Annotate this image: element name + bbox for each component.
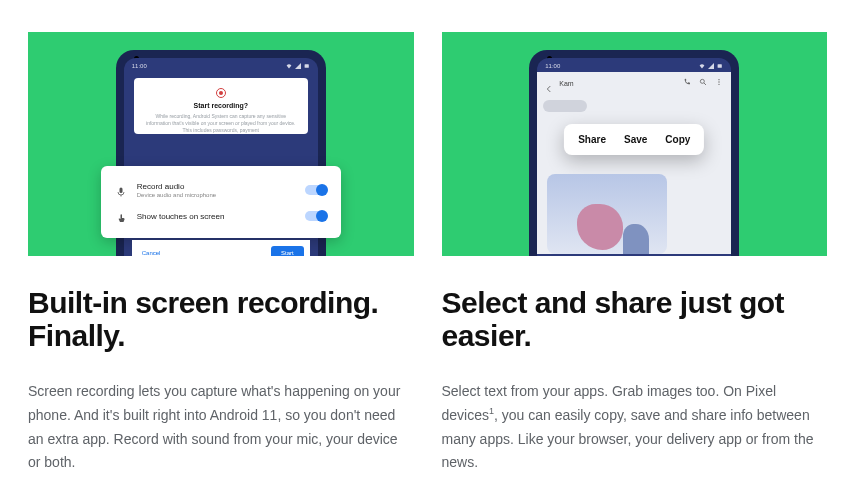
record-audio-label: Record audio [137, 182, 295, 191]
photo-subject [577, 204, 623, 250]
show-touches-row[interactable]: Show touches on screen [115, 204, 327, 228]
microphone-icon [115, 184, 127, 196]
feature-description: Screen recording lets you capture what's… [28, 380, 408, 475]
feature-card-select-share: 11:00 [442, 32, 828, 475]
svg-point-7 [719, 81, 720, 82]
image-message[interactable] [547, 174, 667, 254]
show-touches-label: Show touches on screen [137, 212, 295, 221]
hero-image-screen-recording: 11:00 [28, 32, 414, 256]
status-time: 11:00 [545, 63, 560, 69]
message-bubble [543, 100, 587, 112]
phone-mockup: 11:00 [116, 50, 326, 256]
dialog-actions: Cancel Start [132, 240, 310, 256]
search-icon[interactable] [699, 78, 707, 88]
svg-rect-1 [119, 188, 122, 194]
svg-point-8 [719, 84, 720, 85]
wifi-icon [699, 63, 705, 69]
battery-icon [304, 63, 310, 69]
touch-icon [115, 210, 127, 222]
wifi-icon [286, 63, 292, 69]
feature-card-screen-recording: 11:00 [28, 32, 414, 475]
context-menu-copy[interactable]: Copy [665, 134, 690, 145]
svg-point-6 [719, 79, 720, 80]
dialog-title: Start recording? [144, 102, 298, 109]
start-button[interactable]: Start [271, 246, 304, 256]
recording-dialog: Start recording? While recording, Androi… [134, 78, 308, 134]
context-menu-share[interactable]: Share [578, 134, 606, 145]
context-menu-save[interactable]: Save [624, 134, 647, 145]
phone-status-bar: 11:00 [124, 58, 318, 72]
battery-icon [717, 63, 723, 69]
record-audio-row[interactable]: Record audio Device audio and microphone [115, 176, 327, 204]
signal-icon [708, 63, 714, 69]
signal-icon [295, 63, 301, 69]
hero-image-select-share: 11:00 [442, 32, 828, 256]
cancel-button[interactable]: Cancel [142, 250, 161, 256]
more-menu-icon[interactable] [715, 78, 723, 88]
svg-point-4 [701, 79, 705, 83]
record-icon [216, 88, 226, 98]
svg-rect-3 [718, 64, 722, 68]
photo-subject [623, 224, 649, 254]
feature-title: Select and share just got easier. [442, 286, 828, 352]
svg-line-5 [704, 83, 706, 85]
status-time: 11:00 [132, 63, 147, 69]
chat-contact-name: Kam [559, 80, 677, 87]
feature-title: Built-in screen recording. Finally. [28, 286, 414, 352]
record-audio-sublabel: Device audio and microphone [137, 192, 295, 198]
phone-status-bar: 11:00 [537, 58, 731, 72]
phone-call-icon[interactable] [683, 78, 691, 88]
chat-header: Kam [537, 72, 731, 94]
context-menu: Share Save Copy [564, 124, 704, 155]
svg-rect-0 [304, 64, 308, 68]
feature-description: Select text from your apps. Grab images … [442, 380, 822, 475]
recording-options-card: Record audio Device audio and microphone… [101, 166, 341, 238]
phone-mockup: 11:00 [529, 50, 739, 256]
chat-body: Share Save Copy [537, 94, 731, 254]
back-arrow-icon[interactable] [545, 79, 553, 87]
show-touches-toggle[interactable] [305, 211, 327, 221]
dialog-body: While recording, Android System can capt… [144, 113, 298, 134]
record-audio-toggle[interactable] [305, 185, 327, 195]
